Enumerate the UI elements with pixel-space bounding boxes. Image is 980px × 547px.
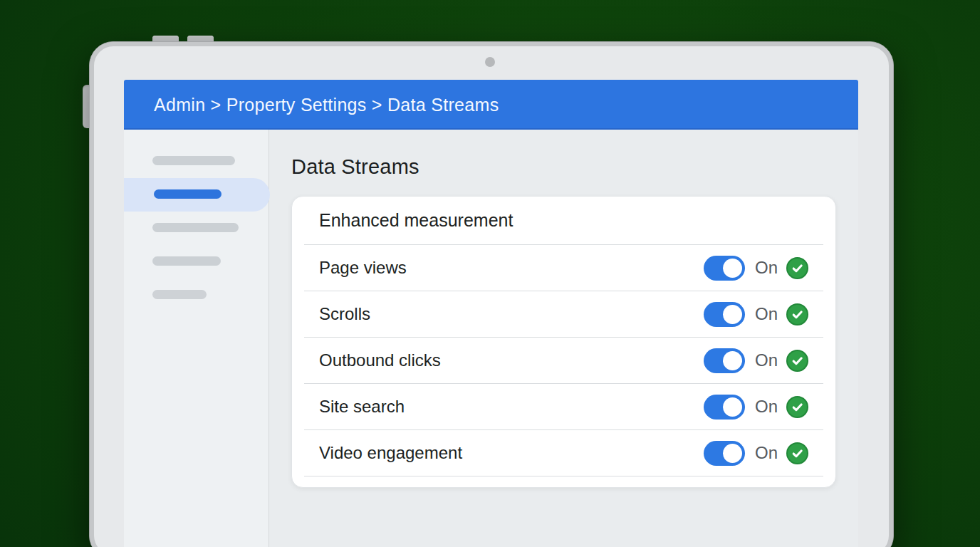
enhanced-measurement-card: Enhanced measurement Page views On Scro xyxy=(291,196,836,488)
setting-label: Outbound clicks xyxy=(319,350,441,370)
sidebar-item-active[interactable] xyxy=(124,178,270,212)
app-screen: Admin > Property Settings > Data Streams… xyxy=(124,80,858,547)
sidebar-active-label-bar xyxy=(154,189,221,199)
toggle-knob xyxy=(723,259,742,278)
setting-controls: On xyxy=(704,302,808,327)
sidebar-nav-placeholder[interactable] xyxy=(152,290,207,299)
app-body: Data Streams Enhanced measurement Page v… xyxy=(124,130,858,547)
check-icon xyxy=(786,396,808,418)
sidebar-nav-placeholder[interactable] xyxy=(152,223,239,232)
sidebar-nav-placeholder[interactable] xyxy=(152,156,235,165)
toggle-switch[interactable] xyxy=(704,441,745,466)
setting-controls: On xyxy=(704,348,808,373)
setting-row-site-search: Site search On xyxy=(304,383,823,429)
card-heading: Enhanced measurement xyxy=(304,197,823,244)
tablet-frame: Admin > Property Settings > Data Streams… xyxy=(89,41,894,547)
toggle-state-label: On xyxy=(755,258,778,278)
sidebar xyxy=(124,130,269,547)
setting-row-outbound-clicks: Outbound clicks On xyxy=(304,337,823,383)
toggle-state-label: On xyxy=(755,304,778,324)
check-icon xyxy=(786,350,808,372)
toggle-knob xyxy=(723,351,742,370)
setting-controls: On xyxy=(704,256,808,281)
main-content: Data Streams Enhanced measurement Page v… xyxy=(269,130,858,547)
setting-row-scrolls: Scrolls On xyxy=(304,291,823,337)
setting-row-video-engagement: Video engagement On xyxy=(304,429,823,476)
setting-row-page-views: Page views On xyxy=(304,244,823,291)
toggle-knob xyxy=(723,397,742,417)
setting-label: Site search xyxy=(319,397,405,417)
toggle-knob xyxy=(723,305,742,324)
front-camera-icon xyxy=(485,57,495,67)
page-title: Data Streams xyxy=(291,155,838,179)
toggle-switch[interactable] xyxy=(704,302,745,327)
setting-controls: On xyxy=(704,441,808,466)
toggle-switch[interactable] xyxy=(704,395,745,420)
toggle-state-label: On xyxy=(755,443,778,463)
toggle-switch[interactable] xyxy=(704,348,745,373)
check-icon xyxy=(786,257,808,279)
setting-label: Page views xyxy=(319,258,407,278)
toggle-state-label: On xyxy=(755,397,778,417)
setting-controls: On xyxy=(704,395,808,420)
breadcrumb[interactable]: Admin > Property Settings > Data Streams xyxy=(154,95,499,115)
card-bottom-divider xyxy=(304,476,823,487)
toggle-switch[interactable] xyxy=(704,256,745,281)
toggle-state-label: On xyxy=(755,350,778,370)
toggle-knob xyxy=(723,444,742,463)
check-icon xyxy=(786,442,808,464)
sidebar-nav-placeholder[interactable] xyxy=(152,256,221,266)
setting-label: Video engagement xyxy=(319,443,462,463)
app-header: Admin > Property Settings > Data Streams xyxy=(124,80,858,130)
setting-label: Scrolls xyxy=(319,304,370,324)
check-icon xyxy=(786,303,808,325)
